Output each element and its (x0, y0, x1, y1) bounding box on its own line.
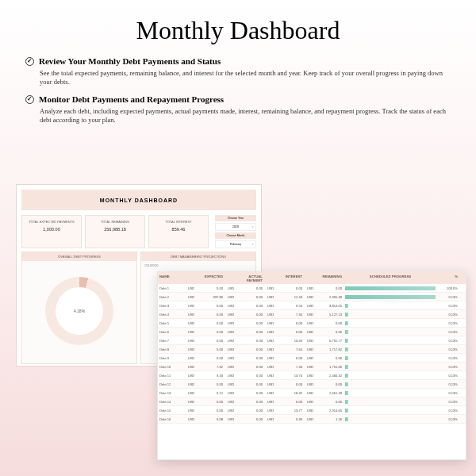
panel-heading: OVERALL DEBT PROGRESS (22, 252, 136, 261)
table-row: Debt 15USD0.00USD0.00USD13.77USD2,914.65… (158, 406, 466, 415)
stat-expected: TOTAL EXPECTED PAYMENTS 1,000.00 (21, 215, 82, 248)
overall-progress-panel: OVERALL DEBT PROGRESS 4.18% (21, 251, 137, 364)
section-monitor: ✓ Monitor Debt Payments and Repayment Pr… (25, 94, 451, 125)
dashboard-title: MONTHLY DASHBOARD (21, 190, 256, 210)
choose-year-label: Choose Year (215, 215, 256, 221)
stat-label: TOTAL EXPECTED PAYMENTS (25, 220, 78, 224)
table-row: Debt 4USD0.00USD0.00USD7.34USD5,127.130.… (158, 310, 466, 319)
th-actual: ACTUAL PAYMENT (237, 272, 264, 284)
check-icon: ✓ (25, 95, 34, 104)
panel-heading: DEBT MANAGEMENT PROJECTIONS (141, 252, 255, 261)
donut-chart: 4.18% (45, 277, 113, 345)
table-row: Debt 9USD0.00USD0.00USD0.00USD0.000.13% (158, 354, 466, 363)
table-row: Debt 5USD0.00USD0.00USD0.00USD0.000.13% (158, 319, 466, 328)
section2-heading: Monitor Debt Payments and Repayment Prog… (39, 94, 224, 104)
th-sched: SCHEDULED PROGRESS (344, 272, 437, 284)
stat-interest: TOTAL INTEREST 859.46 (148, 215, 209, 248)
projection-value: 250,000.00 (141, 261, 255, 271)
table-body: Debt 1USD0.00USD0.00USD0.00USD0.00100.0%… (158, 284, 466, 424)
table-row: Debt 8USD0.00USD0.00USD7.64USD1,717.820.… (158, 345, 466, 354)
choose-month-label: Choose Month (215, 232, 256, 239)
table-row: Debt 2USD337.86USD0.00USD12.43USD2,995.3… (158, 293, 466, 301)
table-row: Debt 1USD0.00USD0.00USD0.00USD0.00100.0% (158, 284, 466, 293)
preview-area: MONTHLY DASHBOARD TOTAL EXPECTED PAYMENT… (16, 184, 262, 367)
stat-label: TOTAL INTEREST (152, 220, 205, 224)
month-select[interactable]: February (215, 240, 256, 248)
table-row: Debt 11USD9.33USD0.00USD13.76USD2,466.32… (158, 371, 466, 380)
table-row: Debt 16USD0.08USD0.00USD0.39USD1.260.13% (158, 415, 466, 424)
table-row: Debt 12USD0.00USD0.00USD0.00USD0.000.13% (158, 380, 466, 389)
stat-value: 256,988.18 (89, 227, 141, 232)
section-review: ✓ Review Your Monthly Debt Payments and … (25, 56, 451, 86)
section2-body: Analyze each debt, including expected pa… (40, 107, 451, 125)
th-interest: INTEREST (277, 272, 304, 284)
stat-remaining: TOTAL REMAINING 256,988.18 (85, 215, 145, 248)
page-title: Monthly Dashboard (25, 16, 451, 45)
table-row: Debt 7USD0.00USD0.00USD10.69USD6,792.770… (158, 336, 466, 345)
table-row: Debt 10USD7.82USD0.00USD7.46USD1,791.000… (158, 363, 466, 371)
donut-percent: 4.18% (74, 309, 85, 313)
th-name: NAME (158, 272, 185, 284)
table-row: Debt 13USD9.12USD0.00USD18.32USD2,661.33… (158, 389, 466, 397)
table-row: Debt 3USD0.00USD0.00USD9.56USD3,814.050.… (158, 301, 466, 310)
debt-table-card: NAME EXPECTED ACTUAL PAYMENT INTEREST RE… (157, 271, 466, 460)
section1-heading: Review Your Monthly Debt Payments and St… (39, 56, 221, 66)
table-row: Debt 14USD0.00USD0.00USD0.00USD0.000.13% (158, 397, 466, 406)
stat-value: 859.46 (152, 227, 205, 232)
section1-body: See the total expected payments, remaini… (40, 69, 451, 86)
th-remaining: REMAINING (317, 272, 344, 284)
th-expected: EXPECTED (198, 272, 225, 284)
stat-value: 1,000.00 (25, 227, 78, 232)
table-header: NAME EXPECTED ACTUAL PAYMENT INTEREST RE… (158, 272, 466, 284)
th-pct: % (437, 272, 459, 284)
stat-label: TOTAL REMAINING (89, 220, 141, 224)
table-row: Debt 6USD0.00USD0.00USD0.00USD0.000.13% (158, 328, 466, 336)
year-select[interactable]: 2020 (215, 223, 256, 231)
check-icon: ✓ (25, 57, 34, 66)
